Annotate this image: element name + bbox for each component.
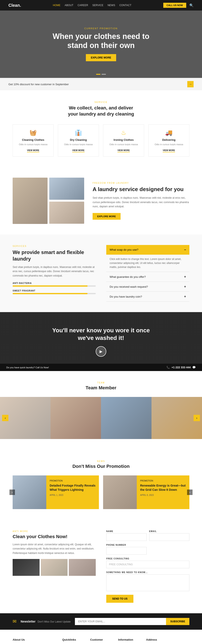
form-group-blank bbox=[149, 544, 190, 554]
video-footer-text: Do you have quick laundry? Call Us Now! bbox=[6, 366, 49, 369]
video-title: You'll never know you wore it once we've… bbox=[48, 327, 154, 342]
service-link-ironing[interactable]: VIEW MORE bbox=[118, 149, 130, 152]
accordion-item-1: What soap do you use? − Click edit butto… bbox=[106, 245, 190, 272]
progress-antibacteria-fill bbox=[12, 286, 88, 287]
smart-title: We provide smart and flexible laundry bbox=[12, 249, 96, 262]
footer-grid: About Us Lorem ipsum dolor sit amet, con… bbox=[12, 638, 190, 644]
contact-image-2 bbox=[41, 559, 68, 576]
service-link-dry[interactable]: VIEW MORE bbox=[72, 149, 84, 152]
footer-quicklinks-col: Quicklinks Home About Career Service New… bbox=[62, 638, 84, 644]
news-next-button[interactable]: › bbox=[187, 490, 192, 495]
accordion-icon-1: − bbox=[184, 248, 186, 252]
service-title-delivery: Delivering bbox=[152, 138, 186, 142]
newsletter-subscribe-button[interactable]: SUBSCRIBE bbox=[166, 618, 190, 625]
accordion-item-3: Do you received wash request? + bbox=[106, 282, 190, 292]
video-play-button[interactable]: ▶ bbox=[96, 346, 106, 357]
about-image-1 bbox=[49, 178, 84, 200]
news-date-1: APRIL 1, 2023 bbox=[50, 494, 96, 496]
hero-overline: CURRENT PROMOTION bbox=[84, 27, 118, 30]
search-icon[interactable]: 🔍 bbox=[190, 3, 194, 7]
newsletter-section: ✉ Newsletter Don't Miss Our Latest Updat… bbox=[0, 613, 202, 630]
video-footer: Do you have quick laundry? Call Us Now! … bbox=[0, 364, 202, 371]
name-input[interactable] bbox=[106, 533, 147, 541]
nav-home[interactable]: HOME bbox=[53, 4, 60, 7]
smart-overline: SERVICES bbox=[12, 245, 96, 247]
contact-image-1 bbox=[12, 559, 40, 576]
progress-antibacteria: ANTI BACTERIA bbox=[12, 282, 96, 287]
service-desc-delivery: Odio in cursus turpis massa bbox=[152, 143, 186, 146]
accordion-question-2: What guarantee do you offer? bbox=[110, 275, 146, 278]
hero-dot-1[interactable] bbox=[96, 74, 100, 75]
contact-text: Lorem ipsum dolor sit amet, consectetur … bbox=[12, 542, 96, 555]
accordion-icon-3: + bbox=[184, 285, 186, 288]
email-input[interactable] bbox=[149, 533, 190, 541]
services-overline: SERVICE bbox=[12, 101, 190, 103]
news-prev-button[interactable]: ‹ bbox=[10, 490, 15, 495]
phone-icon: 📞 bbox=[166, 366, 170, 369]
about-image-main bbox=[12, 178, 48, 224]
accordion-header-2[interactable]: What guarantee do you offer? + bbox=[106, 272, 190, 282]
service-link-cleaning[interactable]: VIEW MORE bbox=[27, 149, 39, 152]
service-select[interactable]: FREE CONSULTING bbox=[106, 561, 190, 568]
newsletter-icon: ✉ bbox=[12, 619, 16, 624]
service-link-delivery[interactable]: VIEW MORE bbox=[163, 149, 175, 152]
video-footer-phone: 📞 +1 222 333 444 💬 bbox=[166, 366, 196, 369]
news-body-1: PROMOTION Detailed Footage Finally Revea… bbox=[46, 476, 99, 509]
promo-arrow-button[interactable]: → bbox=[187, 81, 194, 87]
service-desc-dry: Odio in cursus turpis massa bbox=[62, 143, 95, 146]
message-textarea[interactable] bbox=[106, 574, 190, 591]
services-section: SERVICE We collect, clean, and deliveryo… bbox=[0, 90, 202, 167]
contact-left: ANTI MORE Clean your Clothes Now! Lorem … bbox=[12, 530, 96, 603]
hero-explore-button[interactable]: EXPLORE MORE bbox=[86, 54, 116, 61]
navbar-right: CALL US NOW 🔍 bbox=[163, 3, 194, 8]
news-card-title-1[interactable]: Detailed Footage Finally Reveals What Tr… bbox=[50, 484, 96, 492]
news-image-2 bbox=[103, 476, 137, 509]
logo: Clean. bbox=[8, 3, 21, 8]
news-section: NEWS Don't Miss Our Promotion ‹ PROMOTIO… bbox=[0, 450, 202, 520]
nav-contact[interactable]: CONTACT bbox=[119, 4, 131, 7]
service-desc-ironing: Odio in cursus turpis massa bbox=[107, 143, 140, 146]
about-overline: FREEDOM FROM LAUNDRY bbox=[92, 182, 190, 184]
progress-fragrant: SWEET FRAGRANT bbox=[12, 290, 96, 294]
accordion-question-4: Do you have laundry coin? bbox=[110, 295, 142, 298]
nav-career[interactable]: CAREER bbox=[78, 4, 88, 7]
phone-input[interactable] bbox=[106, 547, 147, 554]
newsletter-label: Newsletter bbox=[20, 620, 36, 623]
newsletter-input-wrap: SUBSCRIBE bbox=[75, 618, 190, 625]
service-desc-cleaning: Odio in cursus turpis massa bbox=[16, 143, 50, 146]
team-card-2 bbox=[50, 397, 101, 439]
news-tag-2: PROMOTION bbox=[140, 480, 186, 482]
call-us-button[interactable]: CALL US NOW bbox=[163, 3, 186, 8]
hero-dot-2[interactable] bbox=[102, 74, 106, 75]
form-submit-button[interactable]: SEND TO US bbox=[106, 595, 134, 603]
about-explore-button[interactable]: EXPLORE MORE bbox=[92, 213, 120, 220]
footer-info-title: Information bbox=[118, 638, 140, 641]
team-next-button[interactable]: › bbox=[194, 415, 200, 421]
navbar: Clean. HOME ABOUT CAREER SERVICE NEWS CO… bbox=[0, 0, 202, 10]
form-row-phone: PHONE NUMBER bbox=[106, 544, 190, 558]
service-card-delivery: 🚚 Delivering Odio in cursus turpis massa… bbox=[148, 124, 190, 156]
accordion-header-1[interactable]: What soap do you use? − bbox=[106, 245, 190, 255]
ironing-icon: ♨ bbox=[107, 129, 140, 136]
accordion-icon-2: + bbox=[184, 275, 186, 279]
promo-text: Get 10% discount for new customer in Sep… bbox=[8, 83, 69, 86]
news-card-title-2[interactable]: Renewable Energy is Great—but the Grid C… bbox=[140, 484, 186, 492]
smart-laundry-section: SERVICES We provide smart and flexible l… bbox=[0, 234, 202, 312]
form-row-name-email: NAME EMAIL bbox=[106, 530, 190, 544]
message-label: SOMETHING WE NEED TO KNOW... bbox=[106, 571, 190, 574]
nav-service[interactable]: SERVICE bbox=[92, 4, 103, 7]
footer-address-col: Address 📍 Riverside Building, County Hal… bbox=[146, 638, 190, 644]
newsletter-email-input[interactable] bbox=[75, 618, 166, 625]
team-prev-button[interactable]: ‹ bbox=[2, 415, 8, 421]
service-card-ironing: ♨ Ironing Clothes Odio in cursus turpis … bbox=[103, 124, 144, 156]
name-label: NAME bbox=[106, 530, 147, 532]
accordion-item-2: What guarantee do you offer? + bbox=[106, 272, 190, 282]
footer-quicklinks-title: Quicklinks bbox=[62, 638, 84, 641]
nav-news[interactable]: NEWS bbox=[108, 4, 115, 7]
accordion-header-3[interactable]: Do you received wash request? + bbox=[106, 282, 190, 292]
service-card-dry: 👔 Dry Cleaning Odio in cursus turpis mas… bbox=[58, 124, 99, 156]
contact-form: NAME EMAIL PHONE NUMBER FREE CONSULTING … bbox=[106, 530, 190, 603]
accordion-header-4[interactable]: Do you have laundry coin? + bbox=[106, 292, 190, 302]
nav-about[interactable]: ABOUT bbox=[64, 4, 73, 7]
delivery-icon: 🚚 bbox=[152, 129, 186, 136]
